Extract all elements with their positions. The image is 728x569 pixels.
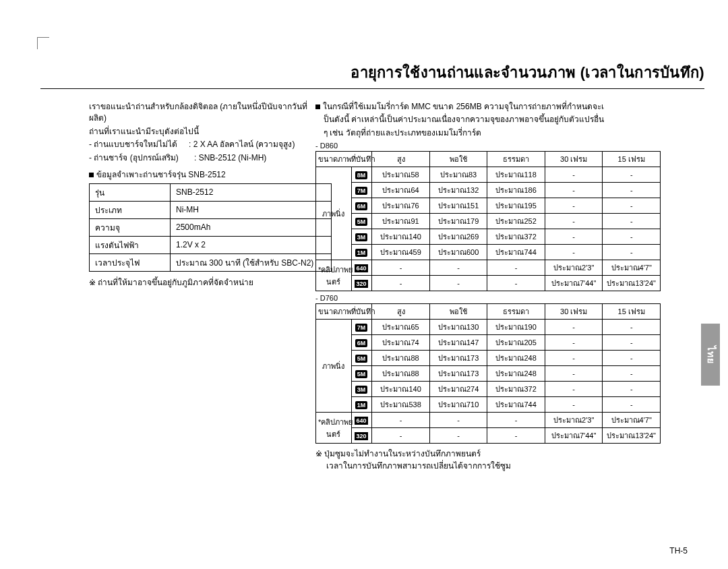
data-cell: - [603, 382, 661, 397]
table-row: 320---ประมาณ7'44"ประมาณ13'24" [316, 428, 661, 444]
data-cell: ประมาณ4'7" [603, 413, 661, 428]
data-cell: ประมาณ140 [372, 229, 430, 245]
battery-1-value: : 2 X AA อัลคาไลน์ (ความจุสูง) [189, 140, 295, 149]
data-cell: - [603, 335, 661, 351]
spec-label: ประเภท [90, 201, 171, 218]
spec-label: แรงดันไฟฟ้า [90, 236, 171, 253]
data-cell: ประมาณ88 [372, 366, 430, 382]
page-number: TH-5 [669, 546, 688, 556]
data-cell: ประมาณ147 [429, 335, 487, 351]
data-cell: - [372, 428, 430, 444]
data-cell: - [545, 351, 603, 366]
hdr-size: ขนาดภาพที่บันทึก [316, 152, 372, 167]
table-row: ความจุ2500mAh [90, 218, 332, 236]
hdr-30fps: 30 เฟรม [545, 304, 603, 320]
megapixel-badge-icon: 3M [355, 233, 367, 241]
table-row: 3Mประมาณ140ประมาณ274ประมาณ372-- [316, 382, 661, 397]
table-row: 5Mประมาณ88ประมาณ173ประมาณ248-- [316, 351, 661, 366]
data-cell: - [603, 366, 661, 382]
left-column: เราขอแนะนำถ่านสำหรับกล้องดิจิตอล (ภายในห… [40, 101, 310, 472]
megapixel-badge-icon: 1M [355, 249, 367, 257]
data-cell: ประมาณ91 [372, 214, 430, 229]
size-icon-cell: 3M [351, 229, 372, 245]
data-cell: ประมาณ179 [429, 214, 487, 229]
mmc-line-3: ๆ เช่น วัตถุที่ถ่ายและประเภทของเมมโมรี่ก… [315, 127, 674, 139]
hdr-15fps: 15 เฟรม [603, 152, 661, 167]
data-cell: ประมาณ173 [429, 366, 487, 382]
data-cell: - [603, 198, 661, 214]
d860-table: ขนาดภาพที่บันทึก สูง พอใช้ ธรรมดา 30 เฟร… [315, 151, 661, 291]
hdr-15fps: 15 เฟรม [603, 304, 661, 320]
page-title: อายุการใช้งานถ่านและจำนวนภาพ (เวลาในการบ… [40, 61, 704, 84]
data-cell: ประมาณ744 [487, 245, 545, 260]
spec-value: 2500mAh [171, 218, 332, 236]
size-icon-cell: 5M [351, 366, 372, 382]
d760-table: ขนาดภาพที่บันทึก สูง พอใช้ ธรรมดา 30 เฟร… [315, 303, 661, 444]
megapixel-badge-icon: 8M [355, 171, 367, 179]
data-cell: ประมาณ13'24" [603, 276, 661, 291]
data-cell: ประมาณ83 [429, 167, 487, 183]
data-cell: - [545, 183, 603, 198]
data-cell: - [429, 260, 487, 276]
table-row: ประเภทNi-MH [90, 201, 332, 218]
hdr-low: ธรรมดา [487, 304, 545, 320]
data-cell: - [545, 245, 603, 260]
data-cell: - [429, 428, 487, 444]
data-cell: - [545, 198, 603, 214]
data-cell: ประมาณ151 [429, 198, 487, 214]
battery-1-label: - ถ่านแบบชาร์จใหม่ไม่ได้ [89, 140, 177, 149]
data-cell: ประมาณ248 [487, 366, 545, 382]
data-cell: ประมาณ248 [487, 351, 545, 366]
data-cell: ประมาณ744 [487, 397, 545, 413]
region-note: ※ ถ่านที่ให้มาอาจขึ้นอยู่กับภูมิภาคที่จั… [89, 276, 310, 289]
data-cell: ประมาณ140 [372, 382, 430, 397]
data-cell: ประมาณ372 [487, 229, 545, 245]
data-cell: ประมาณ88 [372, 351, 430, 366]
size-icon-cell: 1M [351, 245, 372, 260]
size-icon-cell: 8M [351, 167, 372, 183]
table-row: 5Mประมาณ91ประมาณ179ประมาณ252-- [316, 214, 661, 229]
spec-label: รุ่น [90, 183, 171, 201]
data-cell: - [487, 260, 545, 276]
spec-header: ข้อมูลจำเพาะถ่านชาร์จรุ่น SNB-2512 [89, 168, 310, 181]
data-cell: - [603, 229, 661, 245]
spec-label: ความจุ [90, 218, 171, 236]
table-header-row: ขนาดภาพที่บันทึก สูง พอใช้ ธรรมดา 30 เฟร… [316, 304, 661, 320]
data-cell: ประมาณ13'24" [603, 428, 661, 444]
spec-value: SNB-2512 [171, 183, 332, 201]
size-icon-cell: 5M [351, 214, 372, 229]
battery-line-1: - ถ่านแบบชาร์จใหม่ไม่ได้ : 2 X AA อัลคาไ… [89, 139, 310, 150]
table-row: 3Mประมาณ140ประมาณ269ประมาณ372-- [316, 229, 661, 245]
data-cell: ประมาณ130 [429, 320, 487, 335]
table-row: แรงดันไฟฟ้า1.2V x 2 [90, 236, 332, 253]
table-header-row: ขนาดภาพที่บันทึก สูง พอใช้ ธรรมดา 30 เฟร… [316, 152, 661, 167]
table-row: ภาพนิ่ง8Mประมาณ58ประมาณ83ประมาณ118-- [316, 167, 661, 183]
megapixel-badge-icon: 7M [355, 324, 367, 332]
movie-clip-label: *คลิปภาพยนตร์ [316, 413, 352, 444]
data-cell: ประมาณ600 [429, 245, 487, 260]
battery-2-label: - ถ่านชาร์จ (อุปกรณ์เสริม) [89, 153, 179, 162]
mmc-line-1: ในกรณีที่ใช้เมมโมรี่การ์ด MMC ขนาด 256MB… [323, 102, 604, 111]
data-cell: ประมาณ58 [372, 167, 430, 183]
data-cell: - [603, 214, 661, 229]
language-tab: ไทย [701, 324, 720, 386]
zoom-note-2: เวลาในการบันทึกภาพสามารถเปลี่ยนได้จากการ… [315, 460, 674, 472]
hdr-normal: พอใช้ [429, 152, 487, 167]
size-icon-cell: 6M [351, 198, 372, 214]
size-icon-cell: 640 [351, 260, 372, 276]
resolution-badge-icon: 640 [355, 264, 368, 272]
hdr-high: สูง [372, 304, 430, 320]
data-cell: ประมาณ205 [487, 335, 545, 351]
data-cell: ประมาณ74 [372, 335, 430, 351]
data-cell: - [487, 428, 545, 444]
size-icon-cell: 7M [351, 320, 372, 335]
model-d760-label: - D760 [315, 294, 674, 302]
data-cell: - [603, 351, 661, 366]
hdr-low: ธรรมดา [487, 152, 545, 167]
data-cell: ประมาณ2'3" [545, 260, 603, 276]
data-cell: ประมาณ372 [487, 382, 545, 397]
intro-line-1: เราขอแนะนำถ่านสำหรับกล้องดิจิตอล (ภายในห… [89, 101, 310, 125]
battery-spec-table: รุ่นSNB-2512 ประเภทNi-MH ความจุ2500mAh แ… [89, 183, 332, 272]
size-icon-cell: 6M [351, 335, 372, 351]
data-cell: ประมาณ538 [372, 397, 430, 413]
